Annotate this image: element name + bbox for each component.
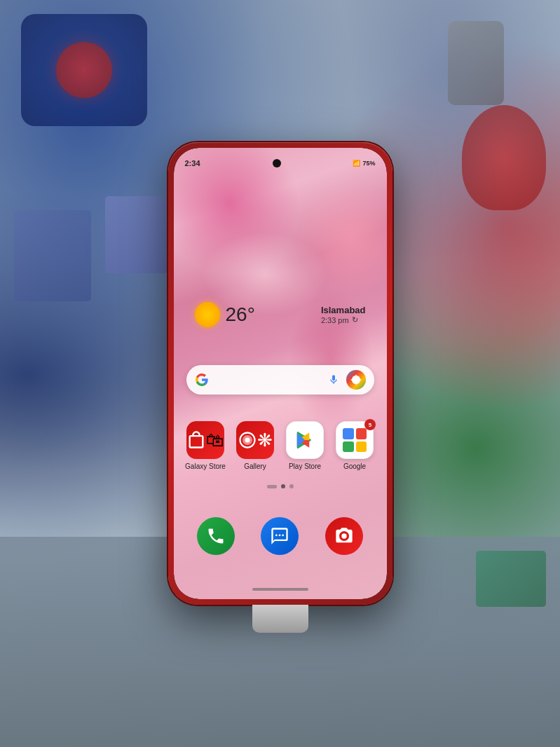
weather-left: 26°	[195, 302, 255, 327]
google-grid-red	[356, 428, 367, 439]
status-icons: 📶 75%	[353, 160, 375, 167]
gallery-app[interactable]: Gallery	[231, 421, 280, 470]
product-box-1-bg	[14, 210, 91, 301]
weather-refresh-icon: ↻	[352, 315, 358, 324]
green-box-bg	[476, 551, 546, 607]
galaxy-store-label: Galaxy Store	[185, 462, 226, 470]
svg-point-1	[275, 534, 278, 536]
play-store-label: Play Store	[289, 462, 321, 470]
camera-notch	[273, 159, 281, 167]
play-store-icon[interactable]	[286, 421, 324, 459]
phone-screen: 2:34 📶 75% 26° Islamabad	[174, 148, 387, 599]
svg-point-0	[245, 438, 250, 443]
app-dock	[184, 512, 376, 561]
google-badge: 5	[364, 419, 376, 430]
page-indicators	[174, 484, 387, 488]
weather-sun-icon	[195, 302, 220, 327]
phone-inner-frame: 2:34 📶 75% 26° Islamabad	[174, 148, 387, 599]
phone-stand	[252, 605, 308, 633]
phone-case: 2:34 📶 75% 26° Islamabad	[168, 142, 392, 605]
weather-widget: 26° Islamabad 2:33 pm ↻	[188, 302, 373, 327]
phone-dock-item[interactable]	[197, 517, 235, 555]
weather-temperature: 26°	[226, 303, 255, 326]
messages-app-icon[interactable]	[261, 517, 299, 555]
play-store-app[interactable]: Play Store	[280, 421, 329, 470]
app-icons-row: Galaxy Store Gallery	[181, 421, 380, 470]
gallery-icon[interactable]	[236, 421, 274, 459]
camera-dock-item[interactable]	[325, 517, 363, 555]
indicator-active	[281, 484, 285, 488]
google-grid-green	[343, 441, 354, 453]
google-app[interactable]: 5 Google	[330, 421, 379, 470]
galaxy-store-icon[interactable]	[186, 421, 224, 459]
status-time: 2:34	[185, 159, 200, 167]
google-grid-yellow	[356, 441, 367, 453]
weather-city: Islamabad	[321, 305, 366, 315]
svg-point-2	[279, 534, 281, 536]
google-logo	[195, 373, 209, 387]
galaxy-store-app[interactable]: Galaxy Store	[181, 421, 230, 470]
weather-right: Islamabad 2:33 pm ↻	[321, 305, 366, 324]
phone-app-icon[interactable]	[197, 517, 235, 555]
headphones-bg	[462, 105, 546, 210]
google-search-bar[interactable]	[186, 365, 374, 395]
messages-dock-item[interactable]	[261, 517, 299, 555]
wifi-icon: 📶	[353, 160, 360, 167]
jbl-speaker-bg	[21, 14, 147, 126]
product-box-2-bg	[105, 196, 168, 273]
status-bar: 2:34 📶 75%	[174, 148, 387, 173]
indicator-lines	[267, 485, 277, 488]
search-mic-icon[interactable]	[327, 373, 341, 387]
phone-device: 2:34 📶 75% 26° Islamabad	[168, 142, 392, 605]
indicator-circle	[289, 484, 294, 488]
battery-text: 75%	[362, 160, 375, 167]
gallery-label: Gallery	[244, 462, 266, 470]
google-lens-button[interactable]	[346, 370, 366, 390]
google-app-icon[interactable]: 5	[336, 421, 374, 459]
google-label: Google	[343, 462, 366, 470]
camera-app-icon[interactable]	[325, 517, 363, 555]
google-grid-blue	[343, 428, 354, 439]
svg-point-3	[282, 534, 285, 536]
home-indicator	[252, 588, 308, 591]
weather-time: 2:33 pm ↻	[321, 315, 366, 324]
cable-bg	[448, 21, 504, 105]
